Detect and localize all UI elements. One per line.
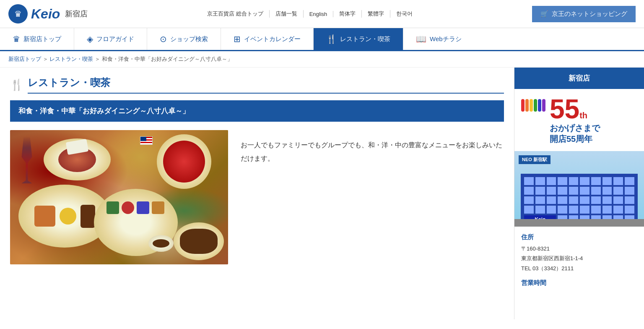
restaurant-description: お一人でもファミリーでもグループでも、和・洋・中の豊富なメニューをお楽しみいただ… bbox=[241, 130, 504, 264]
nav-shop-search[interactable]: ⊙ ショップ検索 bbox=[147, 28, 221, 50]
header-nav: 京王百貨店 総合トップ 店舗一覧 English 简体字 繁體字 한국어 bbox=[201, 10, 418, 18]
search-icon: ⊙ bbox=[160, 34, 167, 44]
address-label: 住所 bbox=[521, 233, 637, 241]
page-title-area: 🍴 レストラン・喫茶 bbox=[10, 76, 504, 94]
description-text: お一人でもファミリーでもグループでも、和・洋・中の豊富なメニューをお楽しみいただ… bbox=[241, 138, 504, 165]
flyer-icon: 📖 bbox=[416, 34, 426, 44]
anniversary-th: th bbox=[579, 111, 587, 120]
nav-traditional[interactable]: 繁體字 bbox=[362, 10, 390, 18]
page-title: レストラン・喫茶 bbox=[28, 76, 504, 94]
flag-decoration bbox=[140, 136, 153, 145]
floor-guide-icon: ◈ bbox=[87, 34, 93, 44]
station-sign: NEO 新宿駅 bbox=[519, 155, 551, 164]
nav-english[interactable]: English bbox=[304, 11, 334, 17]
address-city: 東京都新宿区西新宿1-1-4 bbox=[521, 253, 637, 263]
sidebar-title: 新宿店 bbox=[514, 68, 644, 89]
nav-web-flyer[interactable]: 📖 Webチラシ bbox=[403, 28, 474, 50]
store-building-image: Keio NEO 新宿駅 bbox=[514, 151, 644, 227]
breadcrumb-current: 和食・洋食・中華「お好みダイニング～八寸八卓～」 bbox=[102, 56, 233, 62]
nav-label: イベントカレンダー bbox=[244, 35, 301, 43]
logo-store: 新宿店 bbox=[65, 9, 88, 19]
breadcrumb: 新宿店トップ ＞ レストラン・喫茶 ＞ 和食・洋食・中華「お好みダイニング～八寸… bbox=[0, 51, 644, 68]
cart-icon: 🛒 bbox=[540, 10, 548, 18]
breadcrumb-home[interactable]: 新宿店トップ bbox=[8, 56, 41, 62]
nav-top[interactable]: 京王百貨店 総合トップ bbox=[201, 10, 270, 18]
logo[interactable]: ♛ Keio 新宿店 bbox=[8, 4, 88, 24]
wine-glass-decoration bbox=[16, 136, 37, 195]
content-area: 🍴 レストラン・喫茶 和食・洋食・中華「お好みダイニング～八寸八卓～」 bbox=[0, 68, 514, 319]
crown-icon: ♛ bbox=[14, 9, 22, 19]
main-layout: 🍴 レストラン・喫茶 和食・洋食・中華「お好みダイニング～八寸八卓～」 bbox=[0, 68, 644, 319]
nav-simplified[interactable]: 简体字 bbox=[333, 10, 362, 18]
restaurant-content: お一人でもファミリーでもグループでも、和・洋・中の豊富なメニューをお楽しみいただ… bbox=[10, 130, 504, 264]
address-tel: TEL 03（3342）2111 bbox=[521, 264, 637, 273]
nav-label: ショップ検索 bbox=[170, 35, 208, 43]
nav-korean[interactable]: 한국어 bbox=[390, 10, 418, 18]
logo-text: Keio bbox=[31, 6, 60, 22]
logo-circle: ♛ bbox=[8, 4, 28, 24]
nav-label: フロアガイド bbox=[96, 35, 134, 43]
nav-label: 新宿店トップ bbox=[23, 35, 61, 43]
nav-label: Webチラシ bbox=[430, 35, 462, 43]
anniversary-banner: 55 th おかげさまで 開店55周年 bbox=[514, 89, 644, 151]
sauce-bowl bbox=[148, 235, 174, 252]
breadcrumb-restaurant[interactable]: レストラン・喫茶 bbox=[49, 56, 93, 62]
shopping-button[interactable]: 🛒 京王のネットショッピング bbox=[532, 6, 636, 22]
crown-nav-icon: ♛ bbox=[13, 34, 20, 44]
restaurant-title-icon: 🍴 bbox=[10, 78, 23, 91]
address-postal: 〒160-8321 bbox=[521, 244, 637, 253]
hours-label: 営業時間 bbox=[521, 279, 637, 287]
sidebar: 新宿店 55 th bbox=[514, 68, 644, 319]
shopping-label: 京王のネットショッピング bbox=[552, 10, 627, 18]
plate-1 bbox=[44, 138, 111, 180]
plate-5 bbox=[174, 222, 224, 260]
anniversary-number: 55 bbox=[550, 96, 579, 123]
nav-label: レストラン・喫茶 bbox=[340, 35, 390, 43]
nav-event-calendar[interactable]: ⊞ イベントカレンダー bbox=[221, 28, 314, 50]
restaurant-image bbox=[10, 130, 228, 264]
nav-restaurant[interactable]: 🍴 レストラン・喫茶 bbox=[314, 28, 403, 50]
nav-shinjuku-top[interactable]: ♛ 新宿店トップ bbox=[0, 28, 74, 50]
sidebar-info: 住所 〒160-8321 東京都新宿区西新宿1-1-4 TEL 03（3342）… bbox=[514, 227, 644, 296]
anniversary-line2: 開店55周年 bbox=[550, 133, 600, 144]
nav-floor-guide[interactable]: ◈ フロアガイド bbox=[74, 28, 147, 50]
top-navigation: ♛ 新宿店トップ ◈ フロアガイド ⊙ ショップ検索 ⊞ イベントカレンダー 🍴… bbox=[0, 28, 644, 51]
anniversary-line1: おかげさまで bbox=[550, 123, 600, 133]
restaurant-icon: 🍴 bbox=[326, 34, 337, 44]
plate-2 bbox=[157, 134, 211, 189]
road bbox=[514, 219, 644, 227]
calendar-icon: ⊞ bbox=[234, 34, 241, 44]
section-title-text: 和食・洋食・中華「お好みダイニング～八寸八卓～」 bbox=[18, 107, 190, 115]
section-header: 和食・洋食・中華「お好みダイニング～八寸八卓～」 bbox=[10, 100, 504, 122]
food-background bbox=[10, 130, 228, 264]
nav-stores[interactable]: 店舗一覧 bbox=[270, 10, 304, 18]
page-header: ♛ Keio 新宿店 京王百貨店 総合トップ 店舗一覧 English 简体字 … bbox=[0, 0, 644, 28]
